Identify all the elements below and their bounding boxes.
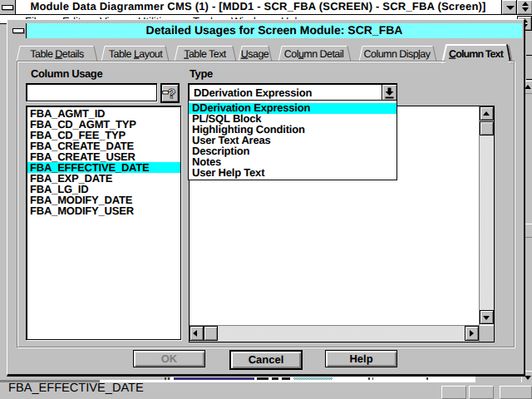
svg-text:Table Layout: Table Layout [109,48,163,60]
svg-text:Table Text: Table Text [184,48,227,60]
svg-text:Column Text: Column Text [449,48,505,60]
svg-text:Usage: Usage [241,48,269,60]
svg-text:Table Details: Table Details [30,48,84,60]
svg-text:?: ? [168,87,176,101]
svg-text:Column Detail: Column Detail [284,48,343,60]
svg-text:Column Display: Column Display [364,48,431,60]
